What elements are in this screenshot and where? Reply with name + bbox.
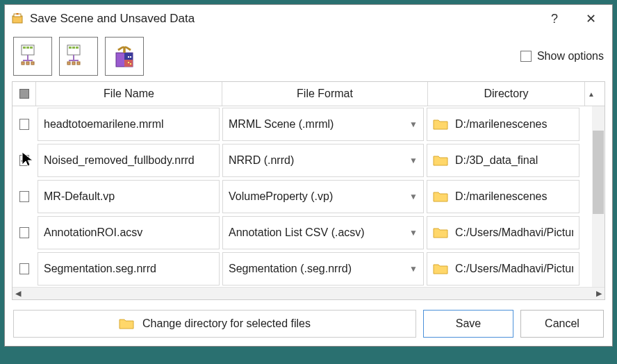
file-format-dropdown[interactable]: MRML Scene (.mrml) ▼ xyxy=(222,108,424,141)
directory-text: C:/Users/Madhavi/Picture xyxy=(455,263,573,275)
horizontal-scrollbar-track[interactable] xyxy=(25,290,592,297)
table-row: AnnotationROI.acsv Annotation List CSV (… xyxy=(13,215,604,251)
directory-text: D:/marilenescenes xyxy=(455,190,548,203)
save-dialog: Save Scene and Unsaved Data ? ✕ xyxy=(4,4,613,347)
svg-rect-5 xyxy=(26,47,29,49)
row-checkbox[interactable] xyxy=(19,227,29,238)
folder-icon xyxy=(433,118,448,131)
row-checkbox[interactable] xyxy=(19,263,29,274)
file-format-text: MRML Scene (.mrml) xyxy=(229,118,334,131)
cancel-button[interactable]: Cancel xyxy=(520,310,604,338)
help-button[interactable]: ? xyxy=(540,9,569,28)
header-checkbox-cell[interactable] xyxy=(13,82,36,106)
folder-icon xyxy=(433,190,448,203)
svg-rect-6 xyxy=(30,47,33,49)
file-format-dropdown[interactable]: Annotation List CSV (.acsv) ▼ xyxy=(222,216,424,249)
dialog-footer: Change directory for selected files Save… xyxy=(5,304,612,346)
svg-rect-15 xyxy=(76,47,79,49)
row-checkbox-cell[interactable] xyxy=(14,180,35,213)
file-name-text: Noised_removed_fullbody.nrrd xyxy=(44,154,195,167)
mouse-cursor-icon xyxy=(21,151,35,169)
svg-rect-9 xyxy=(22,62,24,65)
file-format-dropdown[interactable]: Segmentation (.seg.nrrd) ▼ xyxy=(222,252,424,286)
toolbar: Show options xyxy=(5,33,612,81)
chevron-down-icon: ▼ xyxy=(409,228,418,238)
file-format-text: NRRD (.nrrd) xyxy=(229,154,294,167)
file-format-text: Segmentation (.seg.nrrd) xyxy=(229,263,352,275)
app-icon xyxy=(12,13,23,24)
directory-cell[interactable]: C:/Users/Madhavi/Picture xyxy=(427,252,579,286)
folder-icon xyxy=(433,154,448,167)
titlebar: Save Scene and Unsaved Data ? ✕ xyxy=(5,5,612,33)
file-name-text: headtotoemarilene.mrml xyxy=(44,118,164,131)
change-directory-button[interactable]: Change directory for selected files xyxy=(13,310,416,338)
svg-rect-13 xyxy=(69,47,72,49)
folder-icon xyxy=(119,317,134,330)
svg-rect-26 xyxy=(128,62,129,63)
file-format-dropdown[interactable]: NRRD (.nrrd) ▼ xyxy=(222,144,424,177)
file-format-text: VolumeProperty (.vp) xyxy=(229,190,333,203)
svg-rect-19 xyxy=(72,62,75,65)
file-name-cell[interactable]: headtotoemarilene.mrml xyxy=(38,108,220,141)
directory-cell[interactable]: C:/Users/Madhavi/Picture xyxy=(427,216,579,249)
scroll-left-icon[interactable]: ◀ xyxy=(15,289,21,298)
directory-cell[interactable]: D:/marilenescenes xyxy=(427,108,579,141)
table-row: Segmentation.seg.nrrd Segmentation (.seg… xyxy=(13,251,604,287)
table-header: File Name File Format Directory ▲ xyxy=(13,82,604,106)
table-row: Noised_removed_fullbody.nrrd NRRD (.nrrd… xyxy=(13,142,604,179)
save-scene-icon-button-1[interactable] xyxy=(13,37,52,76)
row-checkbox-cell[interactable] xyxy=(14,216,35,249)
folder-icon xyxy=(433,263,448,275)
chevron-down-icon: ▼ xyxy=(409,264,418,274)
svg-rect-20 xyxy=(77,62,80,65)
directory-text: C:/Users/Madhavi/Picture xyxy=(455,226,573,239)
row-checkbox[interactable] xyxy=(19,119,29,130)
svg-rect-10 xyxy=(26,62,29,65)
svg-rect-25 xyxy=(130,56,131,58)
file-name-text: AnnotationROI.acsv xyxy=(44,226,142,239)
scroll-right-icon[interactable]: ▶ xyxy=(596,289,602,298)
svg-rect-18 xyxy=(67,62,70,65)
chevron-down-icon: ▼ xyxy=(409,192,418,201)
show-options-label: Show options xyxy=(537,50,604,63)
table-row: headtotoemarilene.mrml MRML Scene (.mrml… xyxy=(13,106,604,142)
scroll-up-button[interactable]: ▲ xyxy=(585,82,598,106)
row-checkbox[interactable] xyxy=(19,191,29,202)
directory-text: D:/3D_data_final xyxy=(455,154,538,167)
svg-rect-4 xyxy=(23,47,26,49)
file-format-text: Annotation List CSV (.acsv) xyxy=(229,226,365,239)
show-options-checkbox[interactable] xyxy=(520,51,532,62)
vertical-scrollbar[interactable] xyxy=(592,106,604,287)
package-icon-button[interactable] xyxy=(105,37,144,76)
svg-rect-24 xyxy=(128,56,129,58)
save-button[interactable]: Save xyxy=(423,310,513,338)
file-name-cell[interactable]: AnnotationROI.acsv xyxy=(38,216,220,249)
header-checkbox-icon xyxy=(19,89,29,99)
directory-cell[interactable]: D:/3D_data_final xyxy=(427,144,579,177)
file-name-cell[interactable]: Segmentation.seg.nrrd xyxy=(38,252,220,286)
header-file-name[interactable]: File Name xyxy=(36,82,222,106)
header-directory[interactable]: Directory xyxy=(428,82,585,106)
svg-rect-2 xyxy=(17,13,19,15)
svg-rect-14 xyxy=(72,47,75,49)
file-name-cell[interactable]: Noised_removed_fullbody.nrrd xyxy=(38,144,220,177)
close-button[interactable]: ✕ xyxy=(576,9,605,28)
folder-icon xyxy=(433,226,448,239)
save-scene-icon-button-2[interactable] xyxy=(59,37,98,76)
directory-cell[interactable]: D:/marilenescenes xyxy=(427,180,579,213)
file-name-text: MR-Default.vp xyxy=(44,190,115,203)
file-name-cell[interactable]: MR-Default.vp xyxy=(38,180,220,213)
file-table: File Name File Format Directory ▲ headto… xyxy=(12,81,605,300)
vertical-scrollbar-thumb[interactable] xyxy=(593,131,604,214)
header-file-format[interactable]: File Format xyxy=(222,82,428,106)
row-checkbox-cell[interactable] xyxy=(14,252,35,286)
chevron-down-icon: ▼ xyxy=(409,156,418,165)
show-options-toggle[interactable]: Show options xyxy=(520,50,604,63)
row-checkbox-cell[interactable] xyxy=(14,108,35,141)
horizontal-scrollbar[interactable]: ◀ ▶ xyxy=(13,287,604,299)
svg-rect-11 xyxy=(31,62,34,65)
file-format-dropdown[interactable]: VolumeProperty (.vp) ▼ xyxy=(222,180,424,213)
change-directory-label: Change directory for selected files xyxy=(142,317,311,330)
svg-rect-27 xyxy=(130,63,131,65)
table-body: headtotoemarilene.mrml MRML Scene (.mrml… xyxy=(13,106,604,287)
